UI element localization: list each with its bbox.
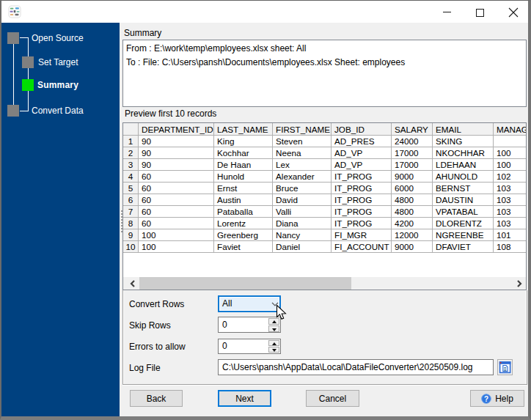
svg-text:?: ?: [484, 394, 488, 402]
